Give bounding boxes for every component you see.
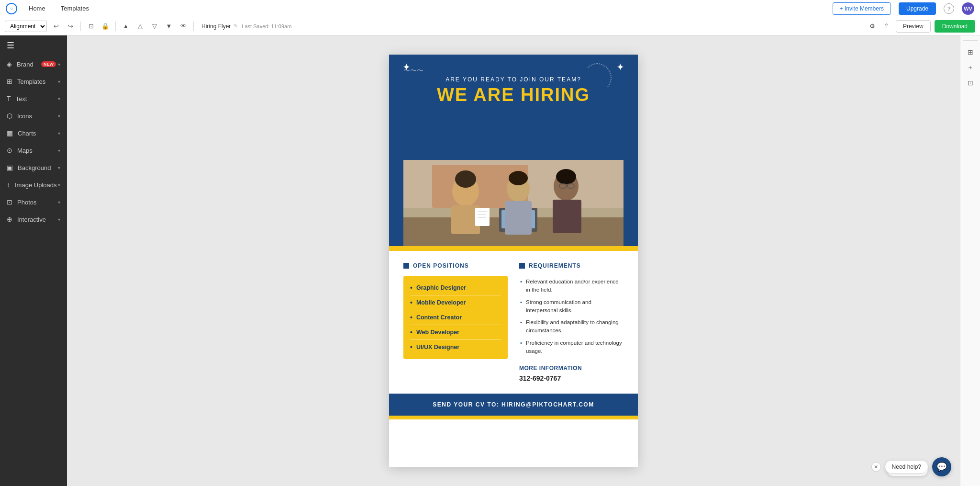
sidebar-item-label-charts: Charts <box>18 130 36 137</box>
right-panel-icon-1[interactable]: ⊞ <box>968 48 973 56</box>
flyer-footer-bar <box>389 416 638 419</box>
sidebar: ☰ ◈ Brand NEW ▾ ⊞ Templates ▾ T Text ▾ ⬡… <box>0 35 67 486</box>
sidebar-item-photos[interactable]: ⊡ Photos ▾ <box>0 193 67 211</box>
position-item-1: Mobile Developer <box>410 295 501 310</box>
lock-button[interactable]: 🔒 <box>100 21 111 32</box>
top-nav: ○ Home Templates + Invite Members Upgrad… <box>0 0 980 17</box>
requirements-list: Relevant education and/or experience in … <box>519 276 624 357</box>
sidebar-item-image-uploads[interactable]: ↑ Image Uploads ▾ <box>0 176 67 193</box>
visibility-button[interactable]: 👁 <box>178 21 189 32</box>
interactive-arrow: ▾ <box>58 217 60 222</box>
download-button[interactable]: Download <box>935 20 975 33</box>
sidebar-item-label-photos: Photos <box>17 199 36 206</box>
position-item-3: Web Developer <box>410 325 501 340</box>
sidebar-item-brand[interactable]: ◈ Brand NEW ▾ <box>0 56 67 73</box>
star-top-left: ✦ <box>402 61 411 73</box>
right-panel: ⊞ + ⊡ <box>960 35 980 486</box>
maps-icon: ⊙ <box>7 147 12 154</box>
background-arrow: ▾ <box>58 165 60 170</box>
icons-icon: ⬡ <box>7 112 12 120</box>
preview-button[interactable]: Preview <box>896 20 931 33</box>
sidebar-item-maps[interactable]: ⊙ Maps ▾ <box>0 142 67 159</box>
brand-icon: ◈ <box>7 60 12 68</box>
photos-arrow: ▾ <box>58 200 60 205</box>
svg-rect-18 <box>475 208 490 226</box>
share-icon[interactable]: ⇧ <box>881 21 892 32</box>
charts-icon: ▦ <box>7 129 13 137</box>
app-logo: ○ <box>6 3 17 14</box>
chat-bubble: Need help? <box>885 460 928 474</box>
background-icon: ▣ <box>7 164 13 171</box>
send-back-button[interactable]: ▼ <box>164 21 174 32</box>
sidebar-hamburger[interactable]: ☰ <box>0 35 67 56</box>
svg-rect-11 <box>505 201 532 235</box>
maps-arrow: ▾ <box>58 148 60 153</box>
flyer-body: Open Positions Graphic Designer Mobile D… <box>389 251 638 394</box>
text-icon: T <box>7 95 11 102</box>
brand-badge: NEW <box>41 61 56 67</box>
templates-icon: ⊞ <box>7 78 12 85</box>
nav-home[interactable]: Home <box>25 3 49 14</box>
editor-toolbar: Alignment ↩ ↪ ⊡ 🔒 ▲ △ ▽ ▼ 👁 Hiring Flyer… <box>0 17 980 35</box>
chat-widget: ✕ Need help? 💬 <box>871 457 951 476</box>
redo-button[interactable]: ↪ <box>65 21 76 32</box>
text-arrow: ▾ <box>58 96 60 102</box>
charts-arrow: ▾ <box>58 131 60 136</box>
nav-templates[interactable]: Templates <box>57 3 93 14</box>
document-name[interactable]: Hiring Flyer ✎ <box>201 23 238 30</box>
sidebar-item-charts[interactable]: ▦ Charts ▾ <box>0 124 67 142</box>
svg-point-7 <box>455 170 476 188</box>
position-item-2: Content Creator <box>410 310 501 325</box>
right-panel-icon-2[interactable]: + <box>968 64 972 71</box>
sidebar-item-label-brand: Brand <box>17 61 33 68</box>
sidebar-item-interactive[interactable]: ⊕ Interactive ▾ <box>0 211 67 228</box>
sidebar-item-icons[interactable]: ⬡ Icons ▾ <box>0 107 67 124</box>
photos-icon: ⊡ <box>7 198 12 206</box>
req-item-1: Strong communication and interpersonal s… <box>519 296 624 317</box>
sidebar-item-text[interactable]: T Text ▾ <box>0 90 67 107</box>
upgrade-button[interactable]: Upgrade <box>899 2 936 15</box>
yellow-bar <box>389 246 638 251</box>
chat-close-button[interactable]: ✕ <box>871 462 881 472</box>
col-requirements: Requirements Relevant education and/or e… <box>519 262 624 382</box>
sidebar-item-templates[interactable]: ⊞ Templates ▾ <box>0 73 67 90</box>
help-button[interactable]: ? <box>944 3 954 14</box>
chat-open-button[interactable]: 💬 <box>932 457 951 476</box>
bring-forward-button[interactable]: ▲ <box>121 21 131 32</box>
avatar[interactable]: WV <box>962 2 974 15</box>
sidebar-item-background[interactable]: ▣ Background ▾ <box>0 159 67 176</box>
req-item-0: Relevant education and/or experience in … <box>519 276 624 296</box>
position-item-0: Graphic Designer <box>410 281 501 295</box>
image-uploads-icon: ↑ <box>7 181 10 189</box>
open-positions-title: Open Positions <box>403 262 508 269</box>
chat-icon: 💬 <box>936 462 947 472</box>
sidebar-item-label-templates: Templates <box>17 78 45 85</box>
star-top-right: ✦ <box>616 61 624 73</box>
flyer-canvas[interactable]: ✦ ✦ 〜〜〜 Are you ready to join our team? … <box>389 55 638 467</box>
settings-icon[interactable]: ⚙ <box>867 21 878 32</box>
undo-button[interactable]: ↩ <box>51 21 61 32</box>
more-info-title: MORE INFORMATION <box>519 365 624 372</box>
right-panel-icon-3[interactable]: ⊡ <box>968 79 973 87</box>
sidebar-item-label-interactive: Interactive <box>17 216 46 223</box>
templates-arrow: ▾ <box>58 79 60 84</box>
move-down-button[interactable]: ▽ <box>149 21 160 32</box>
alignment-select[interactable]: Alignment <box>5 21 47 32</box>
col-positions: Open Positions Graphic Designer Mobile D… <box>403 262 508 382</box>
sidebar-item-label-maps: Maps <box>17 147 33 154</box>
requirements-title: Requirements <box>519 262 624 269</box>
image-uploads-arrow: ▾ <box>58 182 60 188</box>
positions-box: Graphic Designer Mobile Developer Conten… <box>403 276 508 359</box>
dotted-arc <box>583 63 612 92</box>
flyer-header: ✦ ✦ 〜〜〜 Are you ready to join our team? … <box>389 55 638 160</box>
phone-number: 312-692-0767 <box>519 374 624 382</box>
copy-button[interactable]: ⊡ <box>86 21 96 32</box>
req-item-3: Proficiency in computer and technology u… <box>519 337 624 358</box>
sidebar-item-label-icons: Icons <box>17 113 32 120</box>
move-up-button[interactable]: △ <box>135 21 145 32</box>
sidebar-item-label-image-uploads: Image Uploads <box>15 181 56 189</box>
invite-members-button[interactable]: + Invite Members <box>833 2 891 15</box>
canvas-area[interactable]: ✦ ✦ 〜〜〜 Are you ready to join our team? … <box>67 35 960 486</box>
svg-rect-14 <box>553 200 581 233</box>
brand-arrow: ▾ <box>58 62 60 67</box>
